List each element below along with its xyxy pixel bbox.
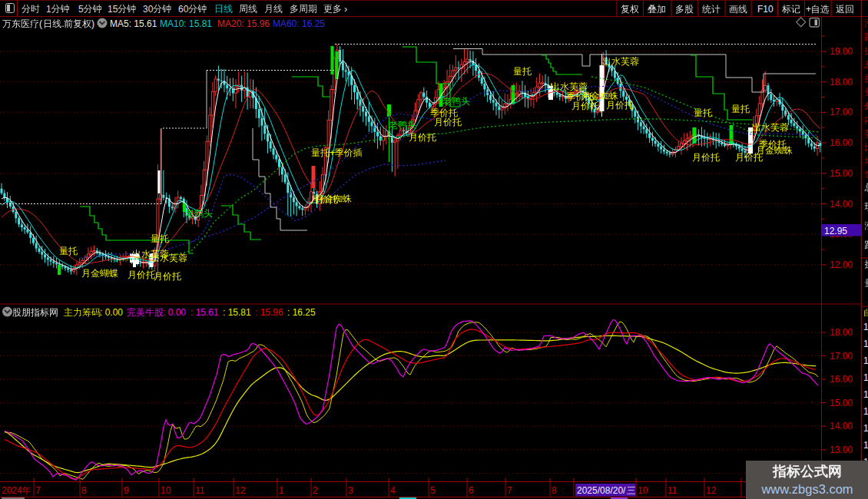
svg-text:30: 30 — [143, 4, 154, 15]
svg-text:1: 1 — [863, 406, 868, 417]
svg-text:2: 2 — [313, 485, 318, 496]
svg-text:www.zbgs3.com: www.zbgs3.com — [760, 482, 853, 496]
svg-text:2024: 2024 — [2, 485, 22, 496]
svg-text:5: 5 — [430, 485, 436, 496]
svg-text:: 0.00: : 0.00 — [163, 307, 186, 318]
svg-text:14.00: 14.00 — [830, 199, 853, 210]
svg-text:18.00: 18.00 — [830, 327, 853, 338]
svg-text:5: 5 — [78, 4, 84, 15]
svg-text:12: 12 — [706, 485, 717, 496]
svg-text:11: 11 — [195, 485, 205, 496]
svg-text:MA20: 15.96: MA20: 15.96 — [217, 18, 270, 29]
svg-text:8: 8 — [81, 485, 87, 496]
svg-text:: 0.00: : 0.00 — [100, 307, 123, 318]
svg-text:MA5: 15.61: MA5: 15.61 — [110, 18, 157, 29]
svg-text:15.00: 15.00 — [830, 168, 853, 179]
svg-text:15.00: 15.00 — [830, 398, 853, 408]
svg-text:17.00: 17.00 — [830, 351, 853, 362]
svg-text:: 15.81: : 15.81 — [223, 307, 251, 318]
svg-text:+: + — [806, 4, 811, 15]
svg-text:.: . — [61, 18, 64, 29]
svg-text:1: 1 — [279, 485, 284, 496]
svg-text:19.00: 19.00 — [830, 46, 853, 57]
svg-text:16.00: 16.00 — [830, 374, 853, 385]
svg-text:6: 6 — [469, 485, 474, 496]
svg-text:4: 4 — [390, 485, 396, 496]
svg-text:1: 1 — [863, 355, 868, 366]
svg-text:11: 11 — [668, 485, 678, 496]
svg-text:: 15.96: : 15.96 — [255, 307, 283, 318]
svg-text:12.95: 12.95 — [824, 226, 847, 236]
svg-text:): ) — [91, 18, 94, 29]
svg-text:13.00: 13.00 — [830, 444, 853, 455]
svg-text:10: 10 — [161, 485, 171, 496]
svg-text:MA60: 16.25: MA60: 16.25 — [273, 18, 325, 29]
svg-text:F10: F10 — [757, 4, 774, 15]
svg-text:18.00: 18.00 — [830, 77, 853, 88]
svg-text:1: 1 — [863, 423, 868, 434]
svg-text:: 16.25: : 16.25 — [287, 307, 316, 318]
svg-text:1: 1 — [863, 440, 868, 451]
svg-text:1: 1 — [863, 372, 868, 383]
svg-text:12: 12 — [235, 485, 246, 496]
svg-text:15: 15 — [108, 4, 118, 15]
svg-text:+: + — [330, 147, 335, 158]
svg-text:1: 1 — [863, 389, 868, 400]
svg-text:60: 60 — [178, 4, 189, 15]
svg-text:(: ( — [39, 18, 42, 29]
svg-text:17.00: 17.00 — [830, 107, 853, 117]
svg-text:14.00: 14.00 — [830, 421, 853, 431]
svg-text:10: 10 — [638, 485, 648, 496]
svg-text:16.00: 16.00 — [830, 137, 853, 148]
svg-text:1: 1 — [863, 322, 868, 332]
svg-text:MA10: 15.81: MA10: 15.81 — [160, 18, 212, 29]
svg-text:1: 1 — [863, 339, 868, 349]
svg-text:7: 7 — [35, 485, 41, 496]
svg-text:9: 9 — [124, 485, 129, 496]
svg-text:8: 8 — [552, 485, 557, 496]
svg-text:: 15.61: : 15.61 — [190, 307, 219, 318]
svg-text:12.00: 12.00 — [830, 259, 853, 270]
svg-text:›: › — [344, 3, 347, 15]
svg-text:7: 7 — [507, 485, 512, 496]
svg-text:1: 1 — [46, 4, 51, 15]
svg-text:2025/08/20/: 2025/08/20/ — [577, 485, 626, 496]
svg-text:3: 3 — [348, 485, 353, 496]
